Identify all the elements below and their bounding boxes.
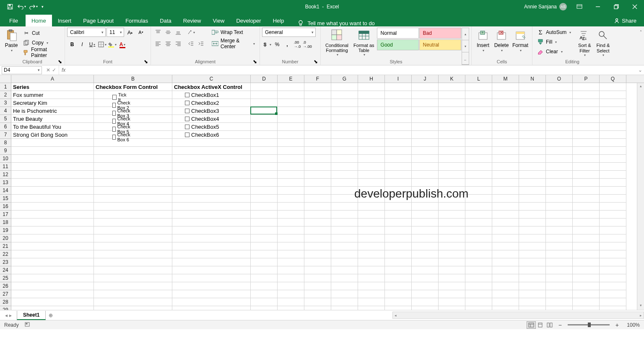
cell-L4[interactable] <box>465 107 492 115</box>
cell-L8[interactable] <box>465 139 492 147</box>
cell-O15[interactable] <box>546 195 573 203</box>
cell-C9[interactable] <box>172 147 251 155</box>
cell-E7[interactable] <box>278 131 304 139</box>
cell-P24[interactable] <box>573 266 600 274</box>
cell-D18[interactable] <box>251 219 278 226</box>
cell-G3[interactable] <box>331 99 358 107</box>
cell-C29[interactable] <box>172 306 251 310</box>
cell-J25[interactable] <box>412 274 439 282</box>
cell-F28[interactable] <box>304 298 331 306</box>
cell-K23[interactable] <box>439 258 465 266</box>
number-dialog-launcher[interactable]: ⬊ <box>314 59 319 64</box>
cell-K22[interactable] <box>439 250 465 258</box>
cell-Q25[interactable] <box>600 274 626 282</box>
cell-A16[interactable] <box>11 203 94 211</box>
tab-review[interactable]: Review <box>177 15 207 26</box>
cell-F24[interactable] <box>304 266 331 274</box>
cell-Q14[interactable] <box>600 187 626 195</box>
cell-E21[interactable] <box>278 242 304 250</box>
row-header-3[interactable]: 3 <box>0 99 11 107</box>
cell-A13[interactable] <box>11 179 94 187</box>
cell-K4[interactable] <box>439 107 465 115</box>
cell-A15[interactable] <box>11 195 94 203</box>
cell-L16[interactable] <box>465 203 492 211</box>
cell-C27[interactable] <box>172 290 251 298</box>
cell-M7[interactable] <box>492 131 519 139</box>
cell-D2[interactable] <box>251 91 278 99</box>
cell-B13[interactable] <box>94 179 172 187</box>
cell-E13[interactable] <box>278 179 304 187</box>
cell-E24[interactable] <box>278 266 304 274</box>
cell-C12[interactable] <box>172 171 251 179</box>
cell-F12[interactable] <box>304 171 331 179</box>
cell-O5[interactable] <box>546 115 573 123</box>
cell-D25[interactable] <box>251 274 278 282</box>
cell-G8[interactable] <box>331 139 358 147</box>
cell-F4[interactable] <box>304 107 331 115</box>
sheet-tab-sheet1[interactable]: Sheet1 <box>17 311 46 320</box>
cell-O4[interactable] <box>546 107 573 115</box>
cell-D17[interactable] <box>251 211 278 219</box>
cell-F26[interactable] <box>304 282 331 290</box>
cell-O6[interactable] <box>546 123 573 131</box>
comma-button[interactable]: , <box>282 40 292 49</box>
cell-A3[interactable]: Secretary Kim <box>11 99 94 107</box>
user-avatar[interactable]: AS <box>559 3 567 10</box>
cell-E2[interactable] <box>278 91 304 99</box>
cell-F9[interactable] <box>304 147 331 155</box>
cell-O2[interactable] <box>546 91 573 99</box>
cell-K11[interactable] <box>439 163 465 171</box>
cell-M13[interactable] <box>492 179 519 187</box>
cell-K7[interactable] <box>439 131 465 139</box>
cell-G27[interactable] <box>331 290 358 298</box>
cell-C13[interactable] <box>172 179 251 187</box>
cell-D13[interactable] <box>251 179 278 187</box>
cell-Q23[interactable] <box>600 258 626 266</box>
cell-P14[interactable] <box>573 187 600 195</box>
cell-N17[interactable] <box>519 211 546 219</box>
cell-N22[interactable] <box>519 250 546 258</box>
worksheet-grid[interactable]: ABCDEFGHIJKLMNOPQ 1234567891011121314151… <box>0 75 644 310</box>
cell-style-good[interactable]: Good <box>377 39 419 50</box>
cell-G6[interactable] <box>331 123 358 131</box>
new-sheet-button[interactable]: ⊕ <box>46 311 56 320</box>
cell-J27[interactable] <box>412 290 439 298</box>
cell-E3[interactable] <box>278 99 304 107</box>
cell-O22[interactable] <box>546 250 573 258</box>
cell-G12[interactable] <box>331 171 358 179</box>
cell-Q28[interactable] <box>600 298 626 306</box>
row-header-22[interactable]: 22 <box>0 250 11 258</box>
cell-F15[interactable] <box>304 195 331 203</box>
cell-M18[interactable] <box>492 219 519 226</box>
row-header-7[interactable]: 7 <box>0 131 11 139</box>
row-header-1[interactable]: 1 <box>0 83 11 91</box>
cell-N24[interactable] <box>519 266 546 274</box>
cell-A11[interactable] <box>11 163 94 171</box>
cell-I25[interactable] <box>385 274 412 282</box>
fill-button[interactable]: Fill▾ <box>535 37 574 47</box>
cell-Q12[interactable] <box>600 171 626 179</box>
cell-L11[interactable] <box>465 163 492 171</box>
cell-B20[interactable] <box>94 234 172 242</box>
cell-M11[interactable] <box>492 163 519 171</box>
cell-K2[interactable] <box>439 91 465 99</box>
cell-style-bad[interactable]: Bad <box>419 28 461 39</box>
cell-D27[interactable] <box>251 290 278 298</box>
cell-Q24[interactable] <box>600 266 626 274</box>
cell-P4[interactable] <box>573 107 600 115</box>
cell-D14[interactable] <box>251 187 278 195</box>
format-painter-button[interactable]: Format Painter <box>21 48 62 57</box>
cell-E25[interactable] <box>278 274 304 282</box>
cell-O1[interactable] <box>546 83 573 91</box>
cell-J16[interactable] <box>412 203 439 211</box>
decrease-indent-button[interactable] <box>186 39 196 48</box>
cell-F2[interactable] <box>304 91 331 99</box>
cell-H17[interactable] <box>358 211 385 219</box>
row-header-18[interactable]: 18 <box>0 219 11 226</box>
cell-P13[interactable] <box>573 179 600 187</box>
cell-M15[interactable] <box>492 195 519 203</box>
cell-L17[interactable] <box>465 211 492 219</box>
cell-A20[interactable] <box>11 234 94 242</box>
cell-P26[interactable] <box>573 282 600 290</box>
cell-E26[interactable] <box>278 282 304 290</box>
